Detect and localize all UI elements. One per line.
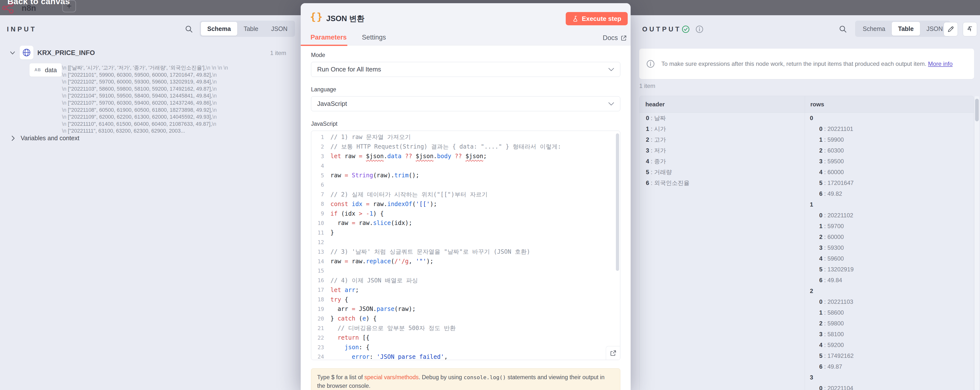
code-line: 22 return [{	[311, 333, 620, 342]
tab-settings[interactable]: Settings	[362, 34, 386, 41]
input-view-tab-schema[interactable]: Schema	[201, 22, 237, 36]
output-view-tab-schema[interactable]: Schema	[856, 22, 892, 36]
data-preview-line: \n ["20221104", 59100, 59500, 58400, 594…	[62, 92, 288, 100]
input-node-collapse-chevron-icon[interactable]	[10, 50, 16, 56]
table-row: 5 : 거래량	[640, 167, 805, 178]
output-view-switcher: SchemaTableJSON	[855, 21, 950, 37]
input-search-icon[interactable]	[185, 25, 193, 33]
hint-text: . Debug by using	[419, 374, 464, 380]
docs-link[interactable]: Docs	[603, 34, 627, 42]
editor-expand-button[interactable]	[606, 346, 620, 360]
http-node-chip[interactable]	[20, 46, 33, 59]
code-line: 15	[311, 266, 620, 276]
expand-icon	[610, 350, 616, 356]
table-row: 0 : 날짜	[640, 113, 805, 124]
code-line: 12	[311, 238, 620, 247]
table-row: 0 : 20221104	[805, 383, 974, 390]
data-preview-line: \n ["20221110", 61400, 61500, 60400, 604…	[62, 120, 288, 128]
chevron-right-icon	[10, 135, 16, 141]
table-row: 5 : 17201647	[805, 178, 974, 189]
more-info-link[interactable]: More info	[928, 60, 953, 67]
chevron-down-icon	[608, 68, 614, 71]
code-line: 9if (idx > -1) {	[311, 209, 620, 218]
code-line: 18try {	[311, 295, 620, 304]
execute-step-button[interactable]: Execute step	[566, 12, 628, 25]
rows-column-values: 00 : 202211011 : 599002 : 603003 : 59500…	[805, 113, 974, 390]
table-row: 3 : 저가	[640, 145, 805, 156]
docs-label: Docs	[603, 34, 618, 42]
data-preview-line: \n ["20221103", 58600, 59800, 58100, 592…	[62, 86, 288, 93]
pin-data-button[interactable]	[963, 22, 977, 36]
output-status-icons	[681, 25, 704, 33]
input-view-switcher: SchemaTableJSON	[200, 21, 295, 37]
table-row: 0 : 20221101	[805, 124, 974, 134]
table-row: 4 : 종가	[640, 156, 805, 167]
code-line: 4	[311, 161, 620, 171]
language-label: Language	[311, 86, 620, 93]
table-row: 2 : 59800	[805, 318, 974, 329]
code-line: 6	[311, 180, 620, 190]
back-to-canvas-button[interactable]: Back to canvas	[7, 0, 70, 6]
table-row: 1 : 58600	[805, 307, 974, 318]
special-vars-link[interactable]: special vars/methods	[364, 374, 419, 380]
output-panel-title: OUTPUT	[642, 25, 681, 33]
variables-and-context-section[interactable]: Variables and context	[10, 135, 80, 142]
code-content: 1// 1) raw 문자열 가져오기2// 보통 HTTP Request(S…	[311, 131, 620, 360]
chevron-down-icon	[608, 102, 614, 106]
code-editor[interactable]: 1// 1) raw 문자열 가져오기2// 보통 HTTP Request(S…	[311, 131, 620, 360]
output-info-callout: To make sure expressions after this node…	[639, 49, 974, 79]
input-items-count: 1 item	[251, 50, 286, 57]
modal-header: {} JSON 변환 Execute step Parameters Setti…	[301, 3, 631, 46]
tab-parameters[interactable]: Parameters	[310, 34, 347, 41]
parameters-panel: Mode Run Once for All Items Language Jav…	[301, 46, 631, 390]
hint-text: Type $ for a list of	[317, 374, 364, 380]
table-row: 6 : 외국인소진율	[640, 178, 805, 189]
table-row: 2 : 고가	[640, 134, 805, 145]
input-view-tab-table[interactable]: Table	[237, 22, 265, 36]
add-node-button[interactable]: +	[62, 0, 76, 12]
table-row: 4 : 59200	[805, 340, 974, 350]
console-log-code: console.log()	[464, 374, 506, 380]
row-group-label: 1	[805, 199, 974, 210]
field-type-badge: AB	[34, 68, 41, 73]
output-view-tab-table[interactable]: Table	[892, 22, 920, 36]
code-line: 8const idx = raw.indexOf('[[');	[311, 199, 620, 209]
table-row: 3 : 59300	[805, 243, 974, 253]
code-line: 11}	[311, 228, 620, 238]
output-search-icon[interactable]	[839, 25, 847, 33]
node-title: JSON 변환	[326, 14, 364, 24]
field-name: data	[45, 67, 57, 74]
data-preview-line: \n ["20221109", 62000, 62200, 61300, 620…	[62, 113, 288, 120]
n8n-node-detail-view: n8n Back to canvas + INPUT SchemaTableJS…	[0, 0, 980, 390]
output-scrollbar[interactable]	[975, 96, 979, 390]
table-row: 3 : 59500	[805, 156, 974, 167]
editor-scrollbar[interactable]	[616, 133, 619, 271]
code-line: 16// 4) 이제 JSON 배열로 파싱	[311, 276, 620, 285]
code-line: 13// 3) '날짜' 처럼 싱글쿼트 문자열을 "날짜"로 바꾸기 (JSO…	[311, 247, 620, 257]
code-hint-callout: Type $ for a list of special vars/method…	[311, 368, 620, 390]
edit-output-button[interactable]	[943, 22, 958, 36]
input-panel-title: INPUT	[7, 25, 37, 33]
language-select[interactable]: JavaScript	[311, 96, 620, 111]
input-node-name[interactable]: KRX_PRICE_INFO	[37, 49, 95, 57]
code-line: 19 arr = JSON.parse(raw);	[311, 304, 620, 314]
output-scrollbar-thumb[interactable]	[975, 99, 979, 121]
column-rows[interactable]: rows	[805, 96, 974, 113]
code-editor-label: JavaScript	[311, 120, 620, 127]
mode-value: Run Once for All Items	[317, 66, 381, 73]
input-view-tab-json[interactable]: JSON	[265, 22, 294, 36]
node-settings-modal: {} JSON 변환 Execute step Parameters Setti…	[301, 3, 631, 390]
column-header[interactable]: header	[640, 96, 805, 113]
execute-step-label: Execute step	[582, 15, 621, 22]
info-circle-icon	[646, 59, 655, 68]
mode-select[interactable]: Run Once for All Items	[311, 62, 620, 77]
table-row: 2 : 60300	[805, 145, 974, 156]
code-node-icon: {}	[310, 11, 323, 22]
info-circle-icon[interactable]	[695, 25, 704, 33]
table-row: 0 : 20221102	[805, 210, 974, 221]
table-row: 2 : 60000	[805, 231, 974, 243]
data-preview-line: \n ["20221102", 59700, 60000, 59300, 596…	[62, 78, 288, 86]
schema-field-data[interactable]: AB data	[30, 63, 62, 77]
mode-label: Mode	[311, 52, 620, 59]
code-line: 10 raw = raw.slice(idx);	[311, 218, 620, 228]
